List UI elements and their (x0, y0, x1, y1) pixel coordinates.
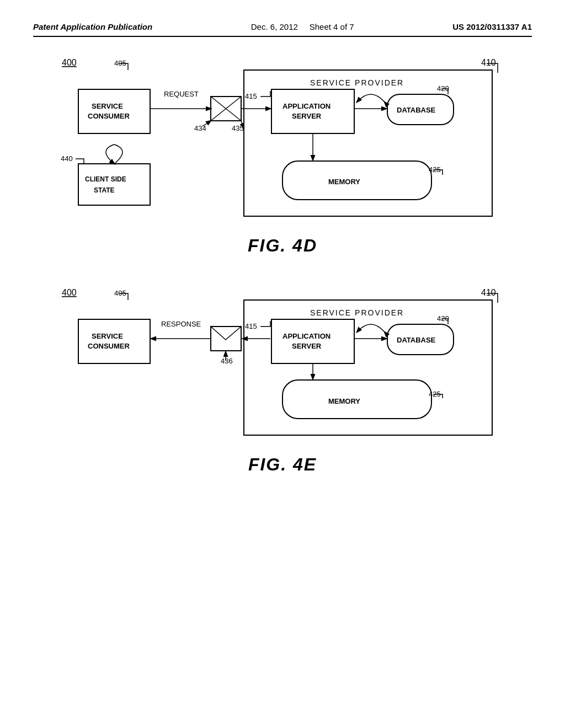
sc-label2-4d: CONSUMER (88, 112, 130, 120)
app-server-label1-4d: APPLICATION (282, 102, 331, 110)
sc-label1-4e: SERVICE (92, 332, 123, 340)
sc-label1-4d: SERVICE (92, 102, 123, 110)
figure-4d-section: 400 410 SERVICE PROVIDER 415 APPLICATION… (33, 53, 532, 256)
page-header: Patent Application Publication Dec. 6, 2… (33, 22, 532, 37)
app-server-box-4e (271, 319, 354, 363)
publication-date-sheet: Dec. 6, 2012 Sheet 4 of 7 (251, 22, 354, 31)
css-label2-4d: STATE (94, 186, 115, 194)
app-server-label1-4e: APPLICATION (282, 332, 331, 340)
ref-410-4d: 410 (481, 58, 496, 67)
service-provider-box-4d (244, 70, 492, 216)
figure-4e-section: 400 410 SERVICE PROVIDER 415 APPLICATION… (33, 283, 532, 475)
sc-label2-4e: CONSUMER (88, 342, 130, 350)
figure-4e-svg: 400 410 SERVICE PROVIDER 415 APPLICATION… (45, 283, 520, 443)
ref-415-4d: 415 (245, 92, 257, 100)
ref-435-4d: 435 (232, 124, 244, 132)
sheet-number: Sheet 4 of 7 (310, 22, 354, 31)
database-label-4d: DATABASE (397, 106, 436, 114)
publication-date: Dec. 6, 2012 (251, 22, 298, 31)
patent-number: US 2012/0311337 A1 (452, 22, 532, 31)
app-server-box-4d (271, 89, 354, 133)
fig-4d-label: FIG. 4D (33, 235, 532, 256)
ref-400-4d: 400 (62, 58, 77, 67)
ref-440-4d: 440 (61, 154, 73, 163)
client-side-state-box-4d (78, 164, 150, 205)
fig-4e-label: FIG. 4E (33, 454, 532, 475)
app-server-label2-4e: SERVER (292, 342, 322, 350)
ref-415-4e: 415 (245, 322, 257, 330)
app-server-label2-4d: SERVER (292, 112, 322, 120)
memory-label-4e: MEMORY (328, 397, 360, 405)
ref-436-4e: 436 (221, 357, 233, 365)
ref-400-4e: 400 (62, 288, 77, 297)
request-label-4d: REQUEST (164, 90, 199, 98)
figure-4d-svg: 400 410 SERVICE PROVIDER 415 APPLICATION… (45, 53, 520, 224)
publication-title: Patent Application Publication (33, 22, 152, 31)
service-consumer-box-4e (78, 319, 150, 363)
service-provider-box-4e (244, 300, 492, 435)
database-label-4e: DATABASE (397, 336, 436, 344)
css-label1-4d: CLIENT SIDE (85, 175, 126, 183)
memory-label-4d: MEMORY (328, 178, 360, 186)
service-provider-label-4e: SERVICE PROVIDER (310, 308, 404, 317)
service-consumer-box-4d (78, 89, 150, 133)
ref-410-4e: 410 (481, 288, 496, 297)
page: Patent Application Publication Dec. 6, 2… (0, 0, 565, 728)
service-provider-label-4d: SERVICE PROVIDER (310, 78, 404, 87)
response-label-4e: RESPONSE (161, 320, 201, 328)
